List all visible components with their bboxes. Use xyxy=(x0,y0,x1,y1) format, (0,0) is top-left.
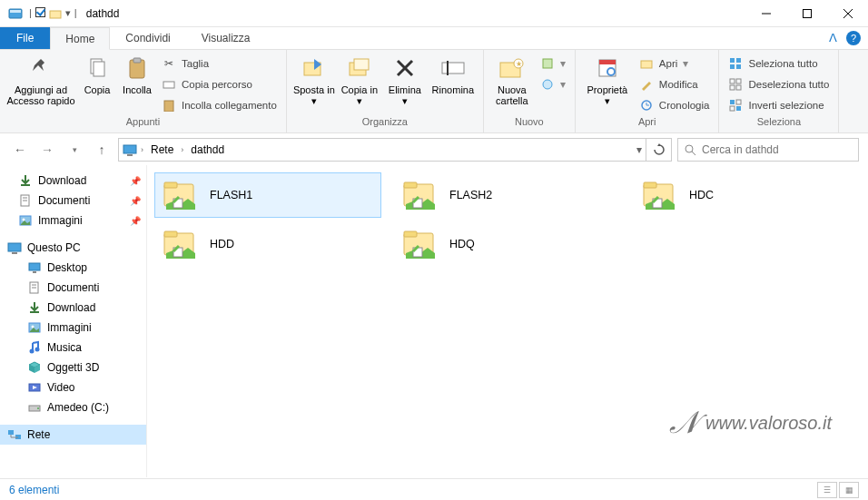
sidebar-item-oggetti3d[interactable]: Oggetti 3D xyxy=(0,358,146,377)
sidebar-network[interactable]: Rete xyxy=(0,425,146,445)
properties-button[interactable]: Proprietà▾ xyxy=(581,52,634,107)
chevron-icon[interactable]: › xyxy=(141,145,143,154)
copy-path-button[interactable]: Copia percorso xyxy=(158,74,281,94)
forward-button[interactable]: → xyxy=(36,139,58,161)
sidebar-item-download[interactable]: Download xyxy=(0,298,146,318)
sidebar-item-documenti[interactable]: Documenti xyxy=(0,278,146,298)
move-to-button[interactable]: Sposta in ▾ xyxy=(292,52,336,107)
tab-file[interactable]: File xyxy=(0,27,50,49)
easy-access-button[interactable]: ▾ xyxy=(537,74,569,94)
svg-rect-67 xyxy=(8,430,14,435)
search-box[interactable] xyxy=(677,138,859,162)
address-dropdown-icon[interactable]: ▾ xyxy=(636,143,642,156)
pin-icon: 📌 xyxy=(130,176,141,186)
icons-view-button[interactable]: ▦ xyxy=(839,482,859,498)
folder-hdc[interactable]: HDC xyxy=(634,172,861,218)
group-label: Nuovo xyxy=(489,116,569,131)
main-area: Download📌Documenti📌Immagini📌 Questo PC D… xyxy=(0,165,868,477)
search-input[interactable] xyxy=(702,143,853,156)
rename-button[interactable]: Rinomina xyxy=(429,52,478,95)
tab-home[interactable]: Home xyxy=(50,27,110,50)
qat-divider: | xyxy=(29,7,32,20)
copyto-icon xyxy=(345,54,374,83)
svg-rect-72 xyxy=(164,182,177,188)
sidebar-item-amedeoc[interactable]: Amedeo (C:) xyxy=(0,397,146,417)
sidebar-item-desktop[interactable]: Desktop xyxy=(0,258,146,278)
ribbon-group-open: Proprietà▾ Apri ▾ Modifica Cronologia Ap… xyxy=(576,50,720,132)
up-button[interactable]: ↑ xyxy=(91,139,113,161)
sidebar-item-immagini[interactable]: Immagini xyxy=(0,318,146,338)
paste-button[interactable]: Incolla xyxy=(118,52,156,95)
pin-to-quickaccess-button[interactable]: Aggiungi ad Accesso rapido xyxy=(5,52,76,106)
ribbon-group-new: ★ Nuova cartella ▾ ▾ Nuovo xyxy=(484,50,576,132)
svg-rect-11 xyxy=(163,82,174,88)
navigation-pane[interactable]: Download📌Documenti📌Immagini📌 Questo PC D… xyxy=(0,165,147,477)
breadcrumb-current[interactable]: dathdd xyxy=(187,142,228,158)
copy-button[interactable]: Copia xyxy=(78,52,116,95)
shared-folder-icon xyxy=(161,177,201,213)
qat-dropdown-icon[interactable]: ▾ xyxy=(65,7,71,20)
ribbon-group-clipboard: Aggiungi ad Accesso rapido Copia Incolla… xyxy=(0,50,287,132)
refresh-button[interactable] xyxy=(646,138,672,162)
svg-rect-28 xyxy=(641,61,652,68)
folder-flash1[interactable]: FLASH1 xyxy=(154,172,381,218)
recent-dropdown[interactable]: ▾ xyxy=(64,139,85,161)
group-label: Organizza xyxy=(292,116,478,131)
svg-rect-18 xyxy=(442,63,464,74)
documents-icon xyxy=(18,193,33,208)
chevron-icon[interactable]: › xyxy=(181,145,183,154)
select-none-button[interactable]: Deseleziona tutto xyxy=(725,74,833,94)
details-view-button[interactable]: ☰ xyxy=(817,482,837,498)
svg-rect-34 xyxy=(730,79,735,83)
copy-to-button[interactable]: Copia in ▾ xyxy=(338,52,381,107)
sidebar-this-pc[interactable]: Questo PC xyxy=(0,238,146,258)
system-icon[interactable] xyxy=(5,4,25,24)
minimize-button[interactable] xyxy=(745,0,786,27)
paste-shortcut-button[interactable]: Incolla collegamento xyxy=(158,95,281,115)
content-pane[interactable]: FLASH1FLASH2HDCHDDHDQ 𝒩 www.valoroso.it xyxy=(147,165,868,477)
sidebar-quick-download[interactable]: Download📌 xyxy=(0,171,146,191)
svg-rect-10 xyxy=(133,58,141,63)
easyaccess-icon xyxy=(540,77,555,92)
open-button[interactable]: Apri ▾ xyxy=(636,54,714,74)
history-button[interactable]: Cronologia xyxy=(636,95,714,115)
svg-rect-1 xyxy=(10,10,21,13)
select-all-button[interactable]: Seleziona tutto xyxy=(725,54,833,74)
sidebar-quick-immagini[interactable]: Immagini📌 xyxy=(0,211,146,230)
new-item-button[interactable]: ▾ xyxy=(537,54,569,74)
svg-rect-52 xyxy=(8,243,21,251)
svg-rect-30 xyxy=(730,58,735,63)
download-icon xyxy=(27,300,42,315)
folder-hdd[interactable]: HDD xyxy=(154,221,381,267)
ribbon-group-select: Seleziona tutto Deseleziona tutto Invert… xyxy=(719,50,839,132)
maximize-button[interactable] xyxy=(786,0,827,27)
folder-hdq[interactable]: HDQ xyxy=(394,221,621,267)
watermark-logo: 𝒩 xyxy=(670,405,695,441)
invert-icon xyxy=(728,98,743,113)
breadcrumb-network[interactable]: Rete xyxy=(147,142,177,158)
cut-button[interactable]: ✂Taglia xyxy=(158,54,281,74)
svg-rect-8 xyxy=(94,62,104,76)
pc-icon xyxy=(7,240,22,255)
invert-selection-button[interactable]: Inverti selezione xyxy=(725,95,833,115)
sidebar-quick-documenti[interactable]: Documenti📌 xyxy=(0,191,146,211)
delete-button[interactable]: Elimina▾ xyxy=(383,52,427,107)
new-folder-button[interactable]: ★ Nuova cartella xyxy=(489,52,535,106)
svg-point-63 xyxy=(35,348,40,352)
pin-icon xyxy=(26,54,55,83)
sidebar-item-video[interactable]: Video xyxy=(0,377,146,397)
svg-rect-80 xyxy=(644,182,656,188)
help-icon[interactable]: ? xyxy=(846,31,861,45)
edit-button[interactable]: Modifica xyxy=(636,74,714,94)
network-icon xyxy=(7,427,22,442)
address-bar[interactable]: › Rete › dathdd ▾ xyxy=(118,138,646,162)
back-button[interactable]: ← xyxy=(9,139,31,161)
sidebar-item-musica[interactable]: Musica xyxy=(0,338,146,358)
qat-check-icon[interactable] xyxy=(35,7,45,20)
tab-view[interactable]: Visualizza xyxy=(186,27,266,49)
collapse-ribbon-icon[interactable]: ᐱ xyxy=(820,27,846,49)
qat-folder-icon[interactable] xyxy=(49,7,62,20)
folder-flash2[interactable]: FLASH2 xyxy=(394,172,621,218)
tab-share[interactable]: Condividi xyxy=(110,27,185,49)
close-button[interactable] xyxy=(827,0,868,27)
